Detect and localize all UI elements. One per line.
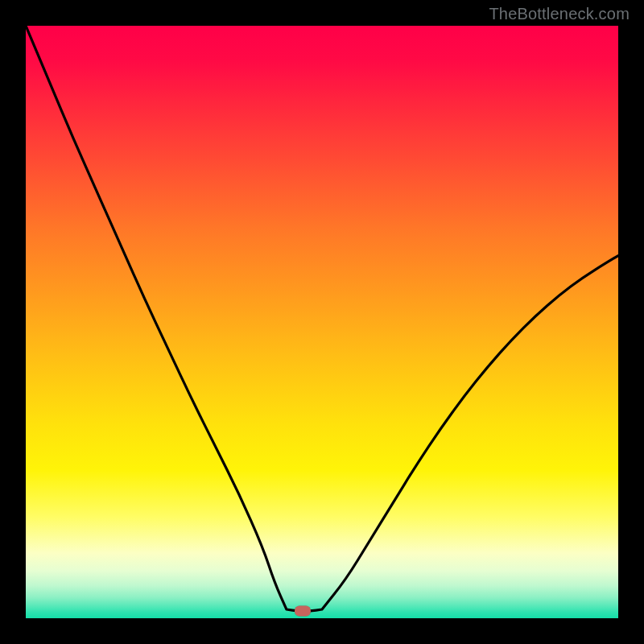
watermark-text: TheBottleneck.com [489,5,630,23]
bottleneck-curve [26,26,618,618]
plot-area [26,26,618,618]
minimum-point-marker [295,606,311,617]
chart-frame: TheBottleneck.com [0,0,644,644]
